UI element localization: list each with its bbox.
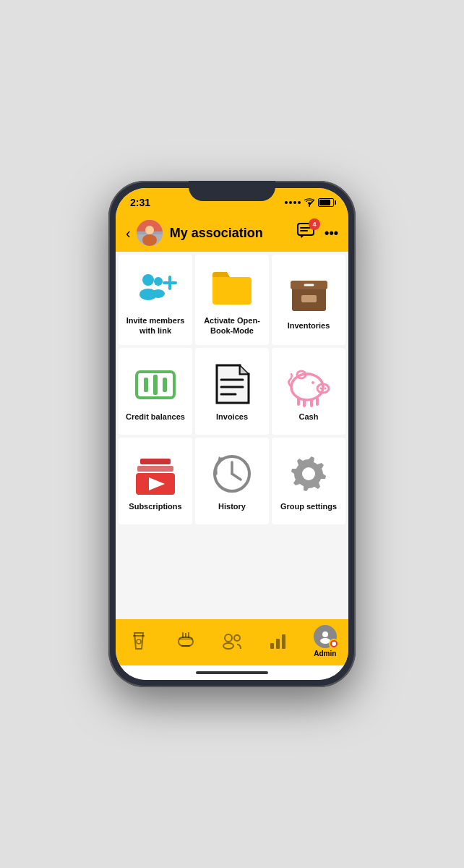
- folder-icon: [210, 266, 254, 310]
- svg-point-4: [145, 226, 154, 234]
- piggy-icon: [287, 362, 330, 406]
- svg-rect-56: [270, 643, 274, 649]
- grid-item-open-book[interactable]: Activate Open-Book-Mode: [195, 255, 269, 345]
- bottom-navigation: Admin: [116, 619, 348, 665]
- svg-rect-17: [301, 295, 317, 302]
- status-icons: [285, 198, 334, 207]
- members-icon: [221, 633, 243, 649]
- svg-rect-20: [144, 378, 148, 392]
- food-icon: [176, 631, 195, 650]
- svg-point-5: [142, 234, 157, 246]
- group-settings-label: Group settings: [280, 501, 337, 511]
- invoice-icon: [210, 362, 254, 406]
- home-indicator: [116, 665, 348, 680]
- nav-item-admin[interactable]: Admin: [307, 625, 343, 658]
- archive-icon: [287, 271, 330, 315]
- svg-point-54: [223, 643, 233, 649]
- nav-item-drinks[interactable]: [121, 631, 157, 650]
- subscription-icon: [134, 452, 177, 495]
- header-icons: 4 •••: [297, 223, 338, 243]
- gear-icon: [287, 452, 330, 495]
- inventories-label: Inventories: [288, 320, 330, 331]
- svg-line-43: [232, 474, 241, 480]
- credit-icon: [134, 362, 177, 406]
- svg-point-46: [137, 639, 141, 644]
- svg-point-0: [309, 205, 310, 207]
- avatar: [137, 220, 163, 246]
- invite-members-label: Invite members with link: [124, 315, 186, 336]
- open-book-label: Activate Open-Book-Mode: [201, 315, 263, 336]
- svg-rect-57: [276, 639, 280, 649]
- svg-point-53: [225, 634, 232, 642]
- history-label: History: [218, 501, 246, 511]
- svg-point-9: [142, 274, 154, 286]
- wifi-icon: [304, 198, 315, 207]
- svg-point-61: [332, 642, 336, 646]
- invoices-label: Invoices: [216, 412, 248, 422]
- svg-point-28: [320, 388, 322, 390]
- invite-icon: [134, 266, 177, 310]
- grid-item-group-settings[interactable]: Group settings: [272, 438, 345, 524]
- notification-badge: 4: [309, 218, 320, 230]
- credit-balances-label: Credit balances: [126, 412, 185, 422]
- grid-item-invite-members[interactable]: Invite members with link: [119, 255, 192, 345]
- header-title: My association: [170, 226, 297, 241]
- cash-label: Cash: [299, 412, 319, 422]
- battery-icon: [318, 198, 334, 207]
- status-time: 2:31: [130, 197, 150, 208]
- signal-dots: [285, 201, 301, 204]
- nav-item-food[interactable]: [168, 631, 204, 650]
- grid-item-inventories[interactable]: Inventories: [272, 255, 345, 345]
- stats-icon: [269, 631, 288, 650]
- grid-item-subscriptions[interactable]: Subscriptions: [119, 438, 192, 524]
- subscriptions-label: Subscriptions: [129, 501, 181, 511]
- main-content: Invite members with link Activate Open-B…: [116, 252, 348, 619]
- grid-item-cash[interactable]: Cash: [272, 348, 345, 435]
- svg-point-12: [152, 289, 165, 298]
- svg-point-11: [154, 277, 163, 286]
- menu-grid: Invite members with link Activate Open-B…: [119, 255, 345, 524]
- admin-badge: [329, 639, 339, 649]
- nav-item-members[interactable]: [214, 633, 250, 649]
- svg-point-29: [325, 388, 327, 390]
- svg-rect-22: [163, 378, 167, 392]
- grid-item-invoices[interactable]: Invoices: [195, 348, 269, 435]
- nav-item-stats[interactable]: [260, 631, 296, 650]
- svg-point-31: [312, 381, 314, 384]
- back-button[interactable]: ‹: [126, 225, 131, 242]
- svg-point-55: [234, 635, 240, 641]
- more-options-button[interactable]: •••: [325, 226, 338, 241]
- svg-rect-48: [179, 637, 193, 640]
- grid-item-history[interactable]: History: [195, 438, 269, 524]
- svg-rect-21: [153, 375, 158, 395]
- header: ‹ My association: [116, 214, 348, 252]
- svg-rect-58: [282, 634, 285, 649]
- admin-label: Admin: [314, 650, 336, 658]
- notifications-button[interactable]: 4: [297, 223, 316, 243]
- grid-item-credit-balances[interactable]: Credit balances: [119, 348, 192, 435]
- svg-point-45: [302, 467, 315, 480]
- svg-rect-37: [140, 459, 171, 464]
- drink-icon: [130, 631, 147, 650]
- svg-point-59: [322, 631, 328, 637]
- phone-notch: [189, 181, 275, 201]
- history-icon: [210, 452, 254, 495]
- phone-screen: 2:31 ‹: [116, 188, 348, 680]
- phone-frame: 2:31 ‹: [108, 181, 356, 687]
- svg-rect-38: [137, 466, 173, 472]
